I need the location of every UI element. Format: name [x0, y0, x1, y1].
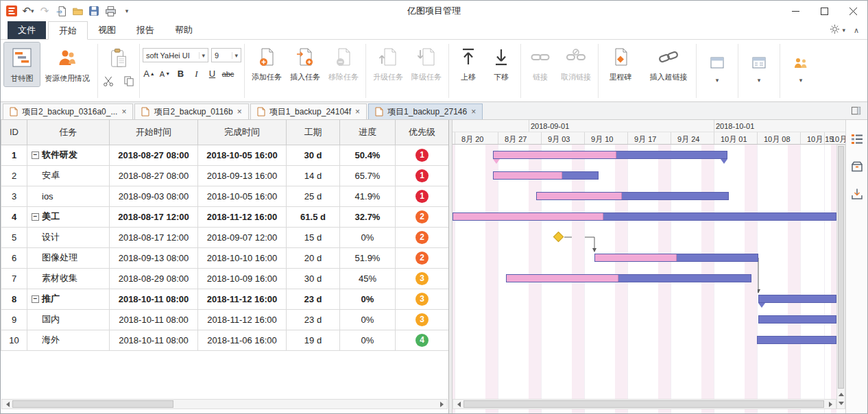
cell-task[interactable]: 安卓: [27, 165, 110, 186]
export-button[interactable]: [53, 3, 69, 19]
qat-more-button[interactable]: ▾: [119, 3, 134, 19]
column-header[interactable]: 完成时间: [198, 120, 287, 145]
cell-id[interactable]: 8: [1, 289, 27, 309]
gantt-view-button[interactable]: 甘特图: [4, 42, 40, 86]
scroll-down-button[interactable]: [837, 399, 845, 409]
cell-id[interactable]: 1: [1, 145, 27, 165]
undo-button[interactable]: ↶▾: [21, 3, 36, 19]
collapse-ribbon-button[interactable]: ∧: [854, 26, 859, 35]
cell-start[interactable]: 2018-08-27 08:00: [110, 145, 198, 165]
cell-progress[interactable]: 50.4%: [340, 145, 396, 165]
doc-tab[interactable]: 项目2_backup_0316a0_... ×: [3, 103, 133, 119]
gantt-vscrollbar[interactable]: [836, 145, 845, 409]
menu-tab-home[interactable]: 开始: [48, 21, 88, 40]
cell-priority[interactable]: 4: [396, 330, 449, 350]
tab-close-icon[interactable]: ×: [237, 108, 242, 116]
summary-bar[interactable]: [453, 212, 836, 221]
minimize-button[interactable]: [781, 1, 810, 21]
cell-task[interactable]: 设计: [27, 227, 110, 247]
table-row[interactable]: 9 国内 2018-10-11 08:00 2018-11-12 16:00 2…: [1, 309, 449, 330]
move-down-button[interactable]: 下移: [485, 42, 518, 85]
task-outline-icon[interactable]: [849, 131, 865, 147]
table-row[interactable]: 5 设计 2018-08-17 12:00 2018-09-07 12:00 1…: [1, 227, 449, 247]
cell-id[interactable]: 10: [1, 330, 27, 350]
settings-button[interactable]: ▾: [830, 24, 845, 36]
menu-tab-report[interactable]: 报告: [126, 21, 165, 39]
tab-close-icon[interactable]: ×: [471, 108, 476, 116]
tab-close-icon[interactable]: ×: [355, 108, 360, 116]
maximize-button[interactable]: [810, 1, 839, 21]
print-button[interactable]: [103, 3, 118, 19]
cell-duration[interactable]: 23 d: [287, 289, 340, 309]
cell-end[interactable]: 2018-11-12 16:00: [198, 309, 287, 330]
cell-progress[interactable]: 65.7%: [340, 165, 396, 186]
scroll-up-button[interactable]: [837, 389, 845, 399]
cell-start[interactable]: 2018-10-11 08:00: [110, 330, 198, 350]
font-family-select[interactable]: soft YaHei UI ▾: [143, 48, 208, 62]
resource-view-button[interactable]: 资源使用情况: [40, 42, 95, 86]
dropdown-button-1[interactable]: ▾: [699, 42, 735, 97]
cell-end[interactable]: 2018-11-06 16:00: [198, 330, 287, 350]
table-row[interactable]: 6 图像处理 2018-09-13 08:00 2018-10-10 16:00…: [1, 247, 449, 268]
cut-button[interactable]: [101, 73, 116, 88]
table-row[interactable]: 3 ios 2018-09-03 08:00 2018-10-05 16:00 …: [1, 186, 449, 206]
cell-progress[interactable]: 0%: [340, 330, 396, 350]
collapse-icon[interactable]: −: [32, 213, 39, 221]
cell-progress[interactable]: 41.9%: [340, 186, 396, 206]
cell-priority[interactable]: 3: [396, 268, 449, 289]
dropdown-button-3[interactable]: ▾: [783, 42, 819, 97]
cell-task[interactable]: 国内: [27, 309, 110, 330]
link-button[interactable]: 链接: [524, 42, 557, 85]
cell-duration[interactable]: 30 d: [287, 145, 340, 165]
cell-priority[interactable]: 3: [396, 289, 449, 309]
scrollbar-thumb[interactable]: [838, 146, 844, 389]
table-row[interactable]: 1 −软件研发 2018-08-27 08:00 2018-10-05 16:0…: [1, 145, 449, 165]
redo-button[interactable]: ↷: [37, 3, 52, 19]
dropdown-button-2[interactable]: ▾: [741, 42, 777, 97]
column-header[interactable]: 任务: [27, 120, 110, 145]
open-button[interactable]: [70, 3, 85, 19]
doc-tab[interactable]: 项目1_backup_27146 ×: [368, 103, 483, 119]
cell-duration[interactable]: 15 d: [287, 227, 340, 247]
table-row[interactable]: 4 −美工 2018-08-17 12:00 2018-11-12 16:00 …: [1, 206, 449, 227]
cell-duration[interactable]: 25 d: [287, 186, 340, 206]
cell-end[interactable]: 2018-10-09 16:00: [198, 268, 287, 289]
cell-end[interactable]: 2018-10-10 16:00: [198, 247, 287, 268]
column-header[interactable]: 开始时间: [110, 120, 198, 145]
cell-start[interactable]: 2018-09-03 08:00: [110, 186, 198, 206]
task-bar[interactable]: [594, 254, 758, 262]
underline-button[interactable]: U: [206, 67, 219, 80]
cell-priority[interactable]: 3: [396, 309, 449, 330]
cell-duration[interactable]: 61.5 d: [287, 206, 340, 227]
cell-start[interactable]: 2018-08-17 12:00: [110, 227, 198, 247]
summary-bar[interactable]: [758, 295, 836, 303]
cell-end[interactable]: 2018-11-12 16:00: [198, 206, 287, 227]
cell-task[interactable]: −推广: [27, 289, 110, 309]
cell-duration[interactable]: 14 d: [287, 165, 340, 186]
toolbox-icon[interactable]: [849, 158, 865, 175]
decrease-font-button[interactable]: A▼: [158, 67, 171, 80]
add-task-button[interactable]: 添加任务: [248, 42, 286, 85]
cell-task[interactable]: 图像处理: [27, 247, 110, 268]
increase-font-button[interactable]: A▲: [143, 67, 156, 80]
close-button[interactable]: [839, 1, 867, 21]
menu-tab-view[interactable]: 视图: [88, 21, 126, 39]
scroll-left-button[interactable]: [453, 400, 463, 409]
table-row[interactable]: 10 海外 2018-10-11 08:00 2018-11-06 16:00 …: [1, 330, 449, 350]
paste-button[interactable]: [108, 46, 130, 71]
scroll-right-button[interactable]: [825, 400, 836, 409]
cell-duration[interactable]: 19 d: [287, 330, 340, 350]
cell-priority[interactable]: 2: [396, 206, 449, 227]
bold-button[interactable]: B: [174, 67, 187, 80]
table-row[interactable]: 2 安卓 2018-08-27 08:00 2018-09-13 16:00 1…: [1, 165, 449, 186]
cell-id[interactable]: 3: [1, 186, 27, 206]
column-header[interactable]: ID: [1, 120, 27, 145]
cell-priority[interactable]: 2: [396, 227, 449, 247]
milestone-button[interactable]: 里程碑: [601, 42, 640, 85]
cell-priority[interactable]: 1: [396, 145, 449, 165]
cell-end[interactable]: 2018-09-13 16:00: [198, 165, 287, 186]
cell-start[interactable]: 2018-09-13 08:00: [110, 247, 198, 268]
cell-start[interactable]: 2018-10-11 08:00: [110, 309, 198, 330]
cell-progress[interactable]: 45%: [340, 268, 396, 289]
tab-close-icon[interactable]: ×: [121, 108, 126, 116]
